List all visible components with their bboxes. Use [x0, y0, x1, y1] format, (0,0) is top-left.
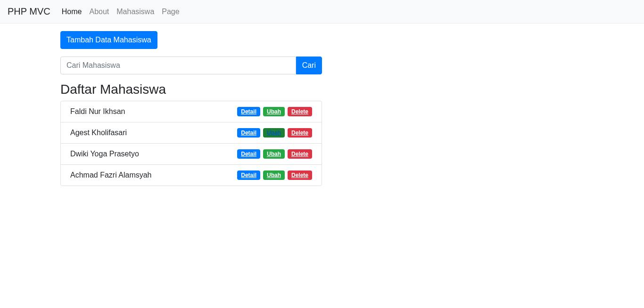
list-item: Faldi Nur IkhsanDetailUbahDelete: [61, 101, 322, 122]
list-title: Daftar Mahasiswa: [60, 82, 322, 97]
search-button[interactable]: Cari: [296, 57, 322, 74]
student-name: Achmad Fazri Alamsyah: [70, 171, 152, 179]
delete-button[interactable]: Delete: [288, 107, 312, 116]
student-name: Faldi Nur Ikhsan: [70, 107, 125, 116]
delete-button[interactable]: Delete: [288, 170, 312, 180]
row-actions: DetailUbahDelete: [234, 170, 312, 180]
content-column: Tambah Data Mahasiswa Cari Daftar Mahasi…: [60, 24, 322, 186]
delete-button[interactable]: Delete: [288, 149, 312, 159]
detail-button[interactable]: Detail: [237, 170, 260, 180]
row-actions: DetailUbahDelete: [234, 128, 312, 138]
search-group: Cari: [60, 57, 322, 74]
navbar-brand[interactable]: PHP MVC: [8, 4, 50, 19]
nav-link-mahasiswa[interactable]: Mahasiswa: [113, 4, 158, 19]
navbar: PHP MVC HomeAboutMahasiswaPage: [0, 0, 644, 24]
search-input[interactable]: [60, 57, 296, 74]
detail-button[interactable]: Detail: [237, 128, 260, 138]
add-student-button[interactable]: Tambah Data Mahasiswa: [60, 31, 157, 49]
delete-button[interactable]: Delete: [288, 128, 312, 138]
ubah-button[interactable]: Ubah: [263, 149, 285, 159]
row-actions: DetailUbahDelete: [234, 107, 312, 116]
student-name: Dwiki Yoga Prasetyo: [70, 150, 139, 158]
container: Tambah Data Mahasiswa Cari Daftar Mahasi…: [53, 24, 591, 186]
row-actions: DetailUbahDelete: [234, 149, 312, 159]
nav-link-about[interactable]: About: [85, 4, 113, 19]
ubah-button[interactable]: Ubah: [263, 107, 285, 116]
list-item: Dwiki Yoga PrasetyoDetailUbahDelete: [61, 144, 322, 165]
detail-button[interactable]: Detail: [237, 107, 260, 116]
student-list: Faldi Nur IkhsanDetailUbahDeleteAgest Kh…: [60, 101, 322, 186]
detail-button[interactable]: Detail: [237, 149, 260, 159]
student-name: Agest Kholifasari: [70, 129, 127, 137]
list-item: Agest KholifasariDetailUbahDelete: [61, 122, 322, 144]
list-item: Achmad Fazri AlamsyahDetailUbahDelete: [61, 165, 322, 186]
search-append: Cari: [296, 57, 322, 74]
nav-link-page[interactable]: Page: [158, 4, 183, 19]
ubah-button[interactable]: Ubah: [263, 128, 285, 138]
navbar-nav: HomeAboutMahasiswaPage: [58, 8, 183, 16]
ubah-button[interactable]: Ubah: [263, 170, 285, 180]
nav-link-home[interactable]: Home: [58, 4, 86, 19]
